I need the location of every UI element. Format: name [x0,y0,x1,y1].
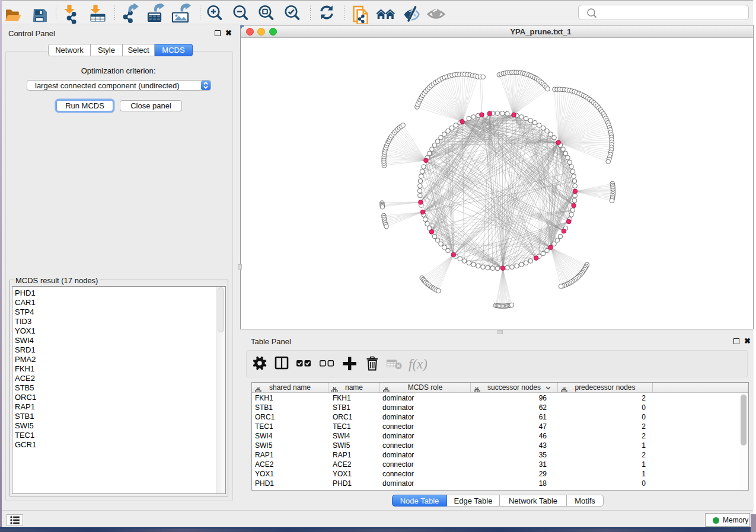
svg-text:f(x): f(x) [409,357,427,371]
